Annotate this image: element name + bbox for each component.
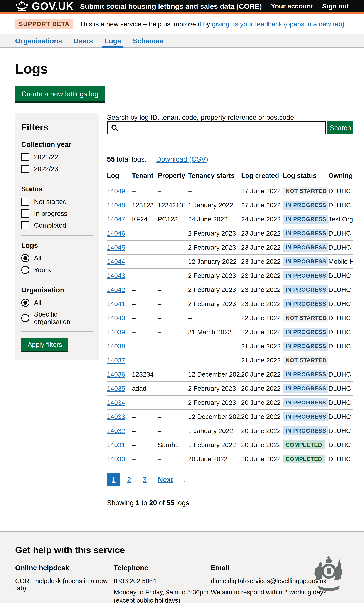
logs-table: Log Tenant Property Tenancy starts Log c…: [107, 169, 353, 466]
tenancy-starts-cell: 12 December 2021: [188, 367, 241, 382]
log-created-cell: 23 June 2022: [241, 269, 283, 283]
sign-out-link[interactable]: Sign out: [322, 2, 349, 10]
log-created-cell: 23 June 2022: [241, 297, 283, 311]
govuk-logo[interactable]: GOV.UK: [15, 0, 74, 12]
log-id-link[interactable]: 14041: [107, 300, 125, 307]
filters-title: Filters: [21, 122, 93, 132]
core-helpdesk-link[interactable]: CORE helpdesk (opens in a new tab): [15, 577, 107, 592]
log-id-link[interactable]: 14037: [107, 357, 125, 364]
log-status-cell: IN PROGRESS: [283, 410, 328, 424]
log-id-link[interactable]: 14042: [107, 286, 125, 293]
create-lettings-log-button[interactable]: Create a new lettings log: [15, 86, 105, 101]
search-input[interactable]: [107, 121, 326, 134]
radio-circle[interactable]: [21, 266, 29, 274]
pagination-current-page[interactable]: 1: [107, 473, 120, 486]
checkbox-option-2021-22[interactable]: 2021/22: [21, 153, 93, 161]
owning-organisation-cell: DLUHC Test: [328, 240, 353, 255]
email-link[interactable]: dluhc.digital-services@levellingup.gov.u…: [211, 577, 327, 584]
log-id-link[interactable]: 14047: [107, 216, 125, 223]
log-cell: 14033: [107, 410, 132, 424]
checkbox-box[interactable]: [21, 153, 29, 161]
owning-organisation-cell: Mobile Housing: [328, 255, 353, 269]
status-badge: IN PROGRESS: [283, 426, 328, 435]
tenant-cell: –: [132, 452, 158, 466]
telephone-title: Telephone: [114, 564, 211, 572]
radio-option-all[interactable]: All: [21, 254, 93, 262]
log-cell: 14042: [107, 283, 132, 297]
nav-item-organisations[interactable]: Organisations: [15, 35, 62, 47]
owning-organisation-cell: DLUHC Test: [328, 325, 353, 339]
phase-banner-text: This is a new service – help us improve …: [80, 20, 344, 28]
log-id-link[interactable]: 14046: [107, 230, 125, 237]
nav-item-users[interactable]: Users: [73, 35, 93, 47]
pagination-page-2[interactable]: 2: [122, 473, 136, 486]
log-id-link[interactable]: 14049: [107, 187, 125, 195]
log-id-link[interactable]: 14045: [107, 244, 125, 251]
log-id-link[interactable]: 14035: [107, 385, 125, 392]
log-id-link[interactable]: 14036: [107, 371, 125, 378]
radio-circle[interactable]: [21, 254, 29, 262]
option-label: 2022/23: [34, 165, 58, 173]
owning-organisation-cell: DLUHC Test: [328, 395, 353, 410]
checkbox-option-not-started[interactable]: Not started: [21, 197, 93, 206]
table-row: 14031–Sarah11 February 202220 June 2022C…: [107, 438, 353, 452]
checkbox-option-2022-23[interactable]: 2022/23: [21, 165, 93, 173]
search-button[interactable]: Search: [327, 121, 353, 134]
download-csv-link[interactable]: Download (CSV): [156, 155, 208, 163]
owning-organisation-cell: DLUHC Test: [328, 382, 353, 395]
log-id-link[interactable]: 14030: [107, 455, 125, 463]
log-id-link[interactable]: 14038: [107, 342, 125, 350]
checkbox-option-completed[interactable]: Completed: [21, 221, 93, 230]
footer-columns: Online helpdesk CORE helpdesk (opens in …: [15, 564, 349, 603]
log-created-cell: 27 June 2022: [241, 184, 283, 198]
log-created-cell: 20 June 2022: [241, 382, 283, 395]
arrow-right-icon: →: [178, 475, 187, 484]
radio-option-yours[interactable]: Yours: [21, 266, 93, 274]
log-id-link[interactable]: 14032: [107, 427, 125, 434]
tenant-cell: –: [132, 226, 158, 240]
tenancy-starts-cell: 2 February 2023: [188, 297, 241, 311]
radio-circle[interactable]: [21, 299, 29, 307]
telephone-number: 0333 202 5084: [114, 577, 211, 585]
property-cell: –: [158, 283, 188, 297]
checkbox-option-in-progress[interactable]: In progress: [21, 209, 93, 218]
pagination-next-link[interactable]: Next: [158, 475, 173, 484]
log-id-link[interactable]: 14031: [107, 441, 125, 449]
nav-item-schemes[interactable]: Schemes: [133, 35, 163, 47]
radio-option-all[interactable]: All: [21, 299, 93, 307]
property-cell: –: [158, 240, 188, 255]
service-name-link[interactable]: Submit social housing lettings and sales…: [80, 2, 262, 11]
nav-item-logs[interactable]: Logs: [105, 35, 121, 47]
feedback-link[interactable]: giving us your feedback (opens in a new …: [212, 20, 344, 28]
checkbox-box[interactable]: [21, 209, 29, 218]
radio-option-specific-organisation[interactable]: Specific organisation: [21, 311, 93, 326]
log-id-link[interactable]: 14044: [107, 258, 125, 265]
status-badge: IN PROGRESS: [283, 299, 328, 308]
your-account-link[interactable]: Your account: [271, 2, 313, 10]
tenancy-starts-cell: 2 February 2023: [188, 382, 241, 395]
filter-divider: [21, 280, 93, 280]
log-id-link[interactable]: 14048: [107, 201, 125, 209]
log-id-link[interactable]: 14043: [107, 272, 125, 279]
checkbox-box[interactable]: [21, 165, 29, 173]
checkbox-box[interactable]: [21, 221, 29, 230]
log-id-link[interactable]: 14040: [107, 314, 125, 322]
col-header-tenancy-starts: Tenancy starts: [188, 169, 241, 184]
log-id-link[interactable]: 14033: [107, 413, 125, 420]
log-id-link[interactable]: 14039: [107, 328, 125, 336]
owning-organisation-cell: DLUHC Test: [328, 424, 353, 438]
pagination-page-3[interactable]: 3: [138, 473, 151, 486]
log-status-cell: IN PROGRESS: [283, 339, 328, 353]
checkbox-box[interactable]: [21, 197, 29, 206]
property-cell: –: [158, 353, 188, 367]
log-id-link[interactable]: 14034: [107, 399, 125, 406]
log-cell: 14045: [107, 240, 132, 255]
radio-circle[interactable]: [21, 314, 29, 322]
property-cell: –: [158, 395, 188, 410]
apply-filters-button[interactable]: Apply filters: [21, 338, 68, 351]
showing-post: logs: [175, 499, 189, 507]
log-created-cell: 20 June 2022: [241, 452, 283, 466]
tenancy-starts-cell: 1 January 2022: [188, 424, 241, 438]
log-status-cell: IN PROGRESS: [283, 240, 328, 255]
tenant-cell: –: [132, 255, 158, 269]
